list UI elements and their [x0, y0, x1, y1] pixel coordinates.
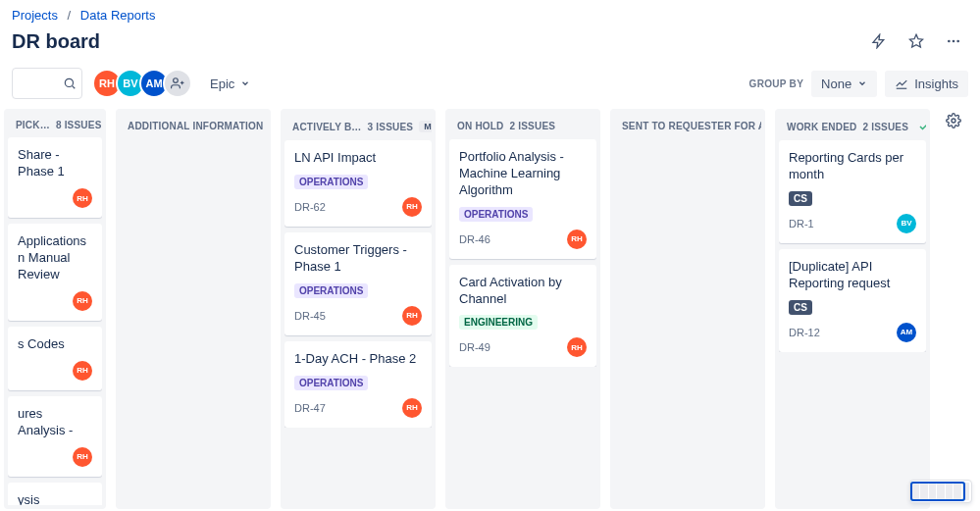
card-title: 1-Day ACH - Phase 2 — [294, 351, 422, 368]
minimap-slot — [954, 483, 960, 500]
chevron-down-icon — [240, 78, 250, 88]
column-additional-info: ADDITIONAL INFORMATION NE… — [116, 109, 271, 509]
card-title: Customer Triggers - Phase 1 — [294, 242, 422, 276]
check-icon — [918, 121, 926, 132]
column-title: ADDITIONAL INFORMATION NE… — [128, 121, 267, 131]
minimap-slot — [929, 483, 936, 500]
card-avatar[interactable]: RH — [402, 306, 422, 326]
column-count: 3 ISSUES — [368, 122, 414, 132]
svg-marker-0 — [909, 34, 922, 47]
card-avatar[interactable]: RH — [73, 291, 92, 311]
epic-filter[interactable]: Epic — [202, 71, 258, 97]
column-count: 2 ISSUES — [862, 122, 908, 132]
kanban-card[interactable]: Customer Triggers - Phase 1 OPERATIONS D… — [284, 232, 432, 335]
column-title: PICK… — [16, 120, 50, 130]
card-title: Reporting Cards per month — [789, 150, 916, 183]
kanban-card[interactable]: ures Analysis - RH — [8, 396, 102, 477]
breadcrumb-projects[interactable]: Projects — [12, 8, 58, 23]
card-title: ysis — [18, 492, 92, 505]
kanban-card[interactable]: [Duplicate] API Reporting request CS DR-… — [779, 249, 926, 352]
breadcrumb: Projects / Data Reports — [0, 0, 980, 23]
insights-button[interactable]: Insights — [885, 71, 968, 97]
card-avatar[interactable]: RH — [73, 361, 92, 381]
column-header[interactable]: WORK ENDED 2 ISSUES — [779, 113, 926, 140]
card-tag-engineering: ENGINEERING — [459, 315, 538, 330]
card-avatar[interactable]: BV — [897, 214, 916, 233]
card-tag-cs: CS — [789, 300, 812, 315]
card-avatar[interactable]: RH — [402, 398, 422, 418]
column-header[interactable]: ACTIVELY B… 3 ISSUES MAX: 5 — [284, 113, 432, 140]
chevron-down-icon — [857, 78, 867, 88]
breadcrumb-current[interactable]: Data Reports — [80, 8, 156, 23]
breadcrumb-separator: / — [68, 8, 72, 23]
groupby-value: None — [821, 77, 851, 91]
card-title: ures Analysis - — [18, 406, 92, 439]
column-count: 8 ISSUES — [56, 120, 102, 130]
card-avatar[interactable]: RH — [73, 447, 92, 467]
kanban-card[interactable]: LN API Impact OPERATIONS DR-62 RH — [284, 140, 432, 227]
card-title: [Duplicate] API Reporting request — [789, 259, 916, 292]
svg-point-6 — [174, 78, 179, 83]
card-avatar[interactable]: RH — [73, 188, 92, 208]
card-title: Card Activation by Channel — [459, 275, 587, 308]
board-settings-icon[interactable] — [939, 106, 968, 135]
issue-key: DR-1 — [789, 218, 814, 230]
column-on-hold: ON HOLD 2 ISSUES Portfolio Analysis - Ma… — [445, 109, 600, 509]
issue-key: DR-62 — [294, 201, 326, 213]
card-avatar[interactable]: RH — [567, 337, 587, 357]
search-input[interactable] — [12, 68, 82, 99]
card-tag-operations: OPERATIONS — [294, 376, 368, 390]
insights-label: Insights — [914, 77, 958, 91]
card-tag-operations: OPERATIONS — [294, 175, 368, 189]
card-avatar[interactable]: AM — [897, 323, 916, 342]
column-title: ON HOLD — [457, 121, 504, 131]
column-sent-to-requester: SENT TO REQUESTER FOR APP… — [610, 109, 765, 509]
card-avatar[interactable]: RH — [567, 230, 587, 249]
star-icon[interactable] — [902, 26, 931, 56]
kanban-card[interactable]: Card Activation by Channel ENGINEERING D… — [449, 265, 596, 368]
minimap-slot — [946, 483, 953, 500]
kanban-card[interactable]: Share - Phase 1 RH — [8, 137, 102, 218]
kanban-card[interactable]: Portfolio Analysis - Machine Learning Al… — [449, 139, 596, 259]
chart-icon — [895, 77, 908, 90]
card-title: Applications n Manual Review — [18, 233, 92, 283]
add-people-icon[interactable] — [163, 69, 192, 98]
issue-key: DR-46 — [459, 233, 490, 245]
card-title: Share - Phase 1 — [18, 147, 92, 180]
kanban-board: PICK… 8 ISSUES Share - Phase 1 RH Applic… — [0, 109, 980, 511]
issue-key: DR-47 — [294, 402, 326, 414]
column-header[interactable]: ADDITIONAL INFORMATION NE… — [120, 113, 267, 139]
card-tag-cs: CS — [789, 191, 812, 206]
minimap-slot — [920, 483, 927, 500]
more-icon[interactable] — [939, 26, 968, 56]
automation-icon[interactable] — [864, 26, 894, 56]
column-pickup: PICK… 8 ISSUES Share - Phase 1 RH Applic… — [4, 109, 106, 509]
column-header[interactable]: SENT TO REQUESTER FOR APP… — [614, 113, 761, 139]
groupby-select[interactable]: None — [811, 71, 877, 97]
svg-point-3 — [956, 40, 959, 43]
issue-key: DR-45 — [294, 310, 326, 322]
minimap-slot — [937, 483, 944, 500]
card-tag-operations: OPERATIONS — [294, 283, 368, 298]
board-minimap[interactable] — [909, 480, 972, 503]
issue-key: DR-12 — [789, 327, 820, 338]
column-title: SENT TO REQUESTER FOR APP… — [622, 121, 761, 131]
assignee-filter: RH BV AM — [92, 69, 192, 98]
column-header[interactable]: PICK… 8 ISSUES — [8, 113, 102, 137]
kanban-card[interactable]: ysis RH — [8, 483, 102, 505]
kanban-card[interactable]: Reporting Cards per month CS DR-1 BV — [779, 140, 926, 243]
kanban-card[interactable]: s Codes RH — [8, 327, 102, 390]
column-header[interactable]: ON HOLD 2 ISSUES — [449, 113, 596, 139]
card-title: s Codes — [18, 336, 92, 353]
card-title: LN API Impact — [294, 150, 422, 167]
card-title: Portfolio Analysis - Machine Learning Al… — [459, 149, 587, 199]
kanban-card[interactable]: Applications n Manual Review RH — [8, 224, 102, 321]
groupby-label: GROUP BY — [749, 78, 804, 89]
card-avatar[interactable]: RH — [402, 197, 422, 217]
card-tag-operations: OPERATIONS — [459, 207, 533, 222]
kanban-card[interactable]: 1-Day ACH - Phase 2 OPERATIONS DR-47 RH — [284, 341, 432, 428]
svg-point-10 — [952, 119, 955, 123]
page-title: DR board — [12, 30, 100, 53]
epic-label: Epic — [210, 77, 234, 91]
column-work-ended: WORK ENDED 2 ISSUES Reporting Cards per … — [775, 109, 930, 509]
